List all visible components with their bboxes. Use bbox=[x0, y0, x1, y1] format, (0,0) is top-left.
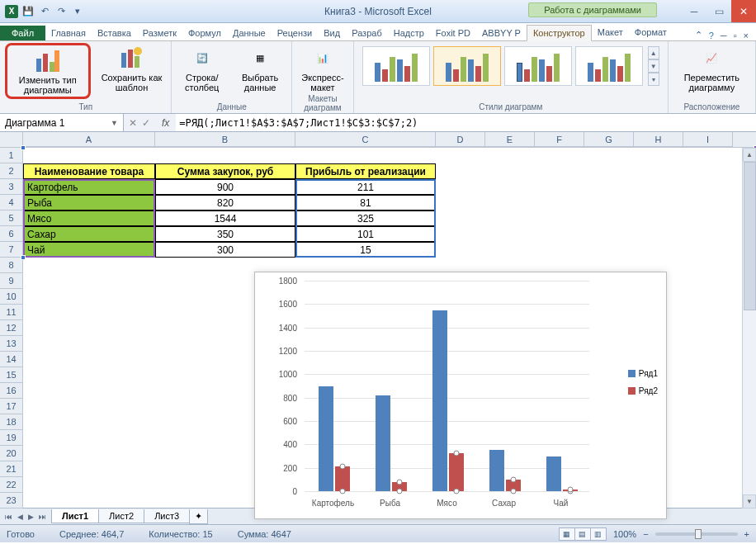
cell-C6[interactable]: 101 bbox=[295, 226, 436, 242]
chart-bar-Ряд1-Картофель[interactable] bbox=[319, 386, 333, 492]
row-header-20[interactable]: 20 bbox=[0, 446, 22, 461]
vertical-scrollbar[interactable]: ▲ ▼ bbox=[742, 148, 756, 509]
gallery-up-icon[interactable]: ▲ bbox=[648, 46, 659, 59]
row-header-3[interactable]: 3 bbox=[0, 179, 22, 195]
minimize-ribbon-icon[interactable]: ⌃ bbox=[692, 30, 705, 40]
cell-B4[interactable]: 820 bbox=[155, 195, 295, 211]
col-header-D[interactable]: D bbox=[436, 132, 485, 147]
tab-данные[interactable]: Данные bbox=[227, 26, 272, 40]
new-sheet-button[interactable]: ✦ bbox=[189, 509, 208, 524]
col-header-A[interactable]: A bbox=[23, 132, 155, 147]
help-icon[interactable]: ? bbox=[706, 31, 716, 40]
change-chart-type-button[interactable]: Изменить тип диаграммы bbox=[5, 43, 91, 99]
row-header-15[interactable]: 15 bbox=[0, 367, 22, 383]
row-header-19[interactable]: 19 bbox=[0, 430, 22, 446]
cell-grid[interactable]: Наименование товараСумма закупок, рубПри… bbox=[23, 148, 756, 509]
chart-style-4[interactable] bbox=[575, 46, 643, 86]
scroll-down-icon[interactable]: ▼ bbox=[743, 494, 756, 509]
chart-bar-Ряд1-Сахар[interactable] bbox=[489, 450, 504, 491]
col-header-F[interactable]: F bbox=[535, 132, 584, 147]
tab-надстр[interactable]: Надстр bbox=[388, 26, 430, 40]
cell-B5[interactable]: 1544 bbox=[155, 211, 295, 226]
row-header-1[interactable]: 1 bbox=[0, 148, 22, 163]
row-header-23[interactable]: 23 bbox=[0, 493, 22, 509]
cell-A2[interactable]: Наименование товара bbox=[23, 163, 155, 179]
cell-A6[interactable]: Сахар bbox=[23, 226, 155, 242]
embedded-chart[interactable]: 020040060080010001200140016001800 Картоф… bbox=[254, 272, 667, 519]
cell-A4[interactable]: Рыба bbox=[23, 195, 155, 211]
cell-B6[interactable]: 350 bbox=[155, 226, 295, 242]
minimize-button[interactable]: ─ bbox=[682, 0, 706, 22]
tab-главная[interactable]: Главная bbox=[45, 26, 92, 40]
first-sheet-icon[interactable]: ⏮ bbox=[3, 513, 14, 521]
cell-B7[interactable]: 300 bbox=[155, 242, 295, 258]
cancel-formula-icon[interactable]: ✕ bbox=[129, 117, 137, 129]
chart-bar-Ряд1-Мясо[interactable] bbox=[432, 310, 447, 491]
zoom-out-icon[interactable]: − bbox=[643, 529, 648, 539]
cell-A7[interactable]: Чай bbox=[23, 242, 155, 258]
select-all-corner[interactable] bbox=[0, 132, 23, 148]
name-box[interactable]: Диаграмма 1 ▼ bbox=[0, 114, 124, 131]
tab-рецензи[interactable]: Рецензи bbox=[272, 26, 319, 40]
undo-icon[interactable]: ↶ bbox=[38, 5, 51, 18]
row-header-6[interactable]: 6 bbox=[0, 226, 22, 242]
workbook-max-icon[interactable]: ▫ bbox=[731, 31, 739, 40]
zoom-in-icon[interactable]: + bbox=[744, 529, 749, 539]
scroll-up-icon[interactable]: ▲ bbox=[743, 148, 756, 162]
maximize-button[interactable]: ▭ bbox=[706, 0, 731, 22]
row-header-10[interactable]: 10 bbox=[0, 289, 22, 305]
chart-style-1[interactable] bbox=[362, 46, 430, 86]
page-break-view-icon[interactable]: ▥ bbox=[590, 527, 607, 541]
normal-view-icon[interactable]: ▦ bbox=[559, 527, 575, 541]
col-header-B[interactable]: B bbox=[155, 132, 295, 147]
workbook-close-icon[interactable]: × bbox=[741, 31, 751, 40]
redo-icon[interactable]: ↷ bbox=[54, 5, 68, 18]
workbook-min-icon[interactable]: ─ bbox=[718, 31, 730, 40]
row-header-8[interactable]: 8 bbox=[0, 258, 22, 273]
quick-layout-button[interactable]: 📊 Экспресс-макет bbox=[297, 43, 348, 94]
tab-abbyy p[interactable]: ABBYY P bbox=[476, 26, 527, 40]
cell-C4[interactable]: 81 bbox=[295, 195, 436, 211]
zoom-slider[interactable] bbox=[655, 532, 738, 536]
namebox-dropdown-icon[interactable]: ▼ bbox=[111, 119, 118, 127]
row-header-4[interactable]: 4 bbox=[0, 195, 22, 211]
row-header-14[interactable]: 14 bbox=[0, 352, 22, 367]
cell-B3[interactable]: 900 bbox=[155, 179, 295, 195]
chart-plot-area[interactable] bbox=[305, 281, 589, 491]
sheet-tab-Лист1[interactable]: Лист1 bbox=[51, 509, 99, 523]
cell-B2[interactable]: Сумма закупок, руб bbox=[155, 163, 295, 179]
cell-C2[interactable]: Прибыль от реализации bbox=[295, 163, 436, 179]
tab-разраб[interactable]: Разраб bbox=[346, 26, 388, 40]
gallery-more-icon[interactable]: ▾ bbox=[648, 73, 659, 86]
gallery-down-icon[interactable]: ▼ bbox=[648, 59, 659, 73]
cell-C5[interactable]: 325 bbox=[295, 211, 436, 226]
prev-sheet-icon[interactable]: ◀ bbox=[16, 513, 25, 521]
cell-C3[interactable]: 211 bbox=[295, 179, 436, 195]
tab-разметк[interactable]: Разметк bbox=[137, 26, 182, 40]
last-sheet-icon[interactable]: ⏭ bbox=[37, 513, 48, 521]
tab-конструктор[interactable]: Конструктор bbox=[527, 25, 592, 41]
enter-formula-icon[interactable]: ✓ bbox=[142, 117, 150, 129]
cell-C7[interactable]: 15 bbox=[295, 242, 436, 258]
page-layout-view-icon[interactable]: ▤ bbox=[574, 527, 591, 541]
save-as-template-button[interactable]: Сохранить как шаблон bbox=[97, 43, 167, 94]
row-header-16[interactable]: 16 bbox=[0, 383, 22, 399]
cell-A3[interactable]: Картофель bbox=[23, 179, 155, 195]
tab-foxit pd[interactable]: Foxit PD bbox=[430, 26, 476, 40]
row-header-11[interactable]: 11 bbox=[0, 305, 22, 320]
row-header-13[interactable]: 13 bbox=[0, 336, 22, 352]
row-header-5[interactable]: 5 bbox=[0, 211, 22, 226]
col-header-H[interactable]: H bbox=[634, 132, 683, 147]
tab-макет[interactable]: Макет bbox=[592, 25, 629, 40]
tab-вид[interactable]: Вид bbox=[318, 26, 346, 40]
save-icon[interactable]: 💾 bbox=[21, 5, 35, 18]
sheet-tab-Лист2[interactable]: Лист2 bbox=[98, 509, 144, 523]
col-header-I[interactable]: I bbox=[683, 132, 733, 147]
fx-icon[interactable]: fx bbox=[155, 117, 176, 129]
col-header-C[interactable]: C bbox=[295, 132, 436, 147]
col-header-G[interactable]: G bbox=[584, 132, 634, 147]
close-button[interactable]: ✕ bbox=[731, 0, 756, 22]
zoom-level[interactable]: 100% bbox=[613, 529, 636, 539]
select-data-button[interactable]: ▦ Выбрать данные bbox=[234, 43, 286, 94]
cell-A5[interactable]: Мясо bbox=[23, 211, 155, 226]
